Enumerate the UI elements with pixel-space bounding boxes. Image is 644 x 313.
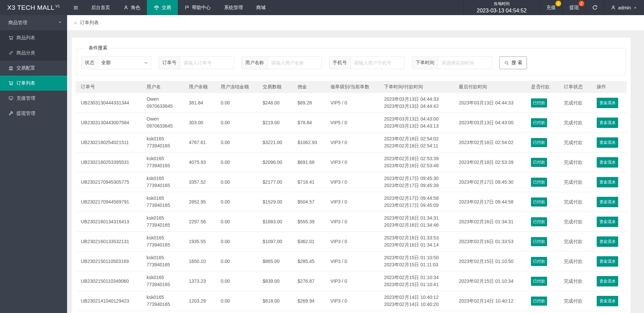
fund-flow-button[interactable]: 资金流水: [597, 276, 618, 286]
order-status-cell: 完成付款: [559, 212, 592, 232]
nav-item-home[interactable]: 后台首页: [85, 0, 117, 15]
fund-flow-button[interactable]: 资金流水: [597, 157, 618, 168]
fund-flow-button[interactable]: 资金流水: [597, 98, 618, 108]
pay-time-text: 2023年02月15日 01:10:41: [384, 281, 449, 288]
commission-cell: $276.87: [292, 271, 325, 291]
search-button[interactable]: 搜 索: [499, 56, 527, 69]
fund-flow-button[interactable]: 资金流水: [597, 137, 618, 148]
order-time-text: 2023年03月13日 04:44:33: [384, 96, 449, 103]
user-account-text: 773940165: [147, 281, 179, 288]
order-time-input[interactable]: [438, 57, 492, 69]
main-menu: 后台首页 角色 交易 帮助中心 系统管理 商城: [67, 0, 464, 15]
navbar-right: 当地时间 2023-03-13 04:54:52 充值 1 提现 2 admin: [464, 0, 644, 15]
monitor-icon: [8, 96, 13, 101]
fund-flow-button[interactable]: 资金流水: [597, 118, 618, 128]
user-name-text: Owen: [147, 116, 179, 123]
sidebar-item-trade-config[interactable]: 交易配置: [0, 60, 67, 76]
sidebar-item-recharge-management[interactable]: 充值管理: [0, 91, 67, 106]
nav-item-mall[interactable]: 商城: [250, 0, 272, 15]
user-name-text: ksk0165: [147, 294, 179, 301]
pay-time-text: 2023年02月16日 01:34:14: [384, 241, 449, 249]
refresh-button[interactable]: [586, 0, 604, 15]
nav-item-role[interactable]: 角色: [117, 0, 147, 15]
order-pay-time-cell: 2023年03月13日 04:43:00 2023年03月13日 04:43:1…: [379, 113, 454, 133]
sidebar-item-order-list[interactable]: 订单列表: [0, 76, 67, 91]
fund-flow-button[interactable]: 资金流水: [597, 217, 618, 227]
order-no-cell: UB2303130443007584: [76, 113, 142, 133]
user-account-text: 773940165: [147, 142, 179, 149]
frozen-cell: 0.00: [216, 252, 258, 271]
fund-flow-button[interactable]: 资金流水: [597, 296, 618, 306]
username-group: 用户名称: [241, 56, 322, 69]
col-paid: 是否付款: [526, 81, 559, 93]
paid-badge: 已付款: [531, 217, 547, 226]
pay-time-text: 2023年03月13日 04:43:13: [384, 123, 449, 130]
chevron-up-icon: [633, 6, 637, 10]
level-cell: VIP3 / 0: [325, 232, 379, 252]
commission-cell: $555.39: [292, 212, 325, 232]
order-status-cell: 完成付款: [559, 93, 592, 113]
sidebar-item-withdraw-management[interactable]: 提现管理: [0, 106, 67, 121]
nav-item-system[interactable]: 系统管理: [217, 0, 250, 15]
nav-item-trade[interactable]: 交易: [147, 0, 178, 15]
fund-flow-button[interactable]: 资金流水: [597, 236, 618, 247]
commission-cell: $718.41: [292, 172, 325, 192]
col-last-pay-time: 最后付款时间: [454, 81, 526, 93]
user-cell: ksk0165 773940165: [142, 133, 184, 152]
person-icon: [123, 5, 128, 10]
user-account-text: 773940165: [147, 162, 179, 169]
trade-amount-cell: $1529.00: [258, 192, 292, 212]
balance-cell: 4075.93: [184, 152, 216, 172]
user-account-text: 0970633645: [147, 103, 179, 110]
sidebar-item-product-list[interactable]: 商品列表: [0, 30, 67, 45]
level-cell: VIP3 / 0: [325, 152, 379, 172]
user-cell: ksk0165 773940165: [142, 232, 184, 252]
balance-cell: 2852.95: [184, 192, 216, 212]
nav-item-help[interactable]: 帮助中心: [178, 0, 217, 15]
person-icon: [611, 5, 616, 10]
username-input[interactable]: [268, 57, 321, 69]
order-status-cell: 完成付款: [559, 232, 592, 252]
action-cell: 资金流水: [592, 133, 627, 152]
sidebar-item-product-category[interactable]: 商品分类: [0, 45, 67, 60]
col-user-balance: 用户余额: [184, 81, 216, 93]
order-no-cell: UB2302170945305775: [76, 172, 142, 192]
phone-input[interactable]: [351, 57, 404, 69]
sidebar-group-product-management[interactable]: 商品管理: [0, 15, 67, 30]
last-pay-time-cell: 2023年02月17日 09:44:58: [454, 192, 526, 212]
recharge-link[interactable]: 充值 1: [539, 0, 562, 15]
table-header-row: 订单号 用户名 用户余额 用户冻结金额 交易数额 佣金 做单级别/当前单数 下单…: [76, 81, 627, 93]
status-select[interactable]: 全部: [98, 57, 151, 69]
local-time-display: 当地时间 2023-03-13 04:54:52: [464, 0, 539, 15]
paid-badge: 已付款: [531, 277, 547, 286]
user-account-text: 773940165: [147, 241, 179, 249]
trade-amount-cell: $1097.00: [258, 232, 292, 252]
page-body: 条件搜索 状态 全部 订单号: [67, 30, 644, 313]
withdraw-link[interactable]: 提现 2: [562, 0, 586, 15]
last-pay-time-cell: 2023年02月16日 01:33:53: [454, 232, 526, 252]
table-row: UB2303130444331344 Owen 0970633645 381.8…: [76, 93, 627, 113]
user-name-text: ksk0165: [147, 135, 179, 142]
fund-flow-button[interactable]: 资金流水: [597, 197, 618, 207]
paid-cell: 已付款: [526, 113, 559, 133]
level-cell: VIP3 / 0: [325, 133, 379, 152]
order-table: 订单号 用户名 用户余额 用户冻结金额 交易数额 佣金 做单级别/当前单数 下单…: [76, 81, 627, 311]
order-no-input[interactable]: [180, 57, 234, 69]
col-commission: 佣金: [292, 81, 325, 93]
action-cell: 资金流水: [592, 113, 627, 133]
pay-time-text: 2023年02月15日 01:11:03: [384, 261, 449, 268]
pay-time-text: 2023年02月16日 01:34:46: [384, 222, 449, 229]
pay-time-text: 2023年02月17日 09:45:09: [384, 202, 449, 209]
user-menu[interactable]: admin: [604, 0, 644, 15]
col-frozen-amount: 用户冻结金额: [216, 81, 258, 93]
local-time-label: 当地时间: [494, 1, 510, 7]
trade-amount-cell: $818.00: [258, 291, 292, 311]
sidebar-toggle-button[interactable]: [67, 0, 85, 15]
last-pay-time-cell: 2023年02月15日 01:10:34: [454, 271, 526, 291]
order-no-cell: UB2302141040129423: [76, 291, 142, 311]
recharge-badge: 1: [555, 1, 561, 6]
fund-flow-button[interactable]: 资金流水: [597, 177, 618, 187]
action-cell: 资金流水: [592, 212, 627, 232]
fund-flow-button[interactable]: 资金流水: [597, 256, 618, 267]
table-row: UB2302180254021511 ksk0165 773940165 476…: [76, 133, 627, 152]
